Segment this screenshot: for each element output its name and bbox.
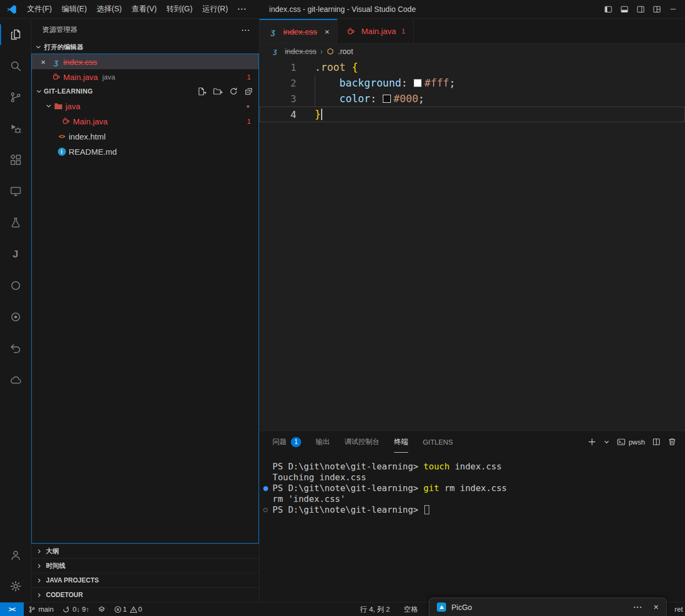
panel-tab-problems[interactable]: 问题 1: [272, 431, 301, 453]
activitybar-target-extension[interactable]: [0, 301, 31, 333]
refresh-icon[interactable]: [229, 87, 238, 96]
open-editors-header[interactable]: 打开的编辑器: [31, 41, 259, 54]
tree-item-readme[interactable]: i README.md: [32, 144, 258, 159]
activitybar-explorer[interactable]: [0, 19, 31, 50]
menu-view[interactable]: 查看(V): [127, 2, 162, 16]
remote-indicator[interactable]: ><: [0, 602, 24, 616]
notification-more-icon[interactable]: ···: [634, 603, 643, 612]
toggle-panel-icon[interactable]: [620, 5, 629, 14]
activitybar-ring-extension[interactable]: [0, 270, 31, 301]
code-line-1[interactable]: 1 .root{: [260, 59, 685, 75]
collapse-all-icon[interactable]: [244, 87, 253, 96]
new-folder-icon[interactable]: [213, 87, 223, 96]
tab-mainjava[interactable]: Main.java 1: [337, 19, 413, 43]
chevron-right-icon: [36, 548, 43, 555]
panel-tab-label: 输出: [316, 437, 330, 447]
open-editor-item-mainjava[interactable]: Main.java java 1: [32, 69, 258, 84]
line-number: 4: [260, 107, 296, 122]
truncated-status-item[interactable]: ret: [675, 605, 683, 613]
indent-guide: [315, 91, 340, 107]
target-icon: [9, 310, 22, 323]
section-timeline[interactable]: 时间线: [31, 558, 259, 573]
close-tab-icon[interactable]: ×: [325, 27, 330, 36]
activitybar-docker[interactable]: [0, 364, 31, 395]
terminal-line: Touching index.css: [260, 472, 685, 483]
color-swatch-fff[interactable]: [414, 79, 422, 87]
new-terminal-icon[interactable]: [588, 438, 596, 446]
activitybar-accounts[interactable]: [0, 539, 31, 571]
activitybar-codetour[interactable]: [0, 333, 31, 364]
indentation-item[interactable]: 空格: [400, 605, 422, 614]
breadcrumb-file[interactable]: index.css: [285, 47, 316, 56]
explorer-empty-space[interactable]: [32, 159, 258, 543]
panel-tab-debug-console[interactable]: 调试控制台: [344, 431, 380, 453]
line-number: 1: [260, 59, 296, 75]
tree-item-indexhtml[interactable]: <> index.html: [32, 129, 258, 144]
editor-group: ʒ index.css × Main.java 1 ʒ index.css › …: [260, 19, 685, 602]
tab-indexcss[interactable]: ʒ index.css ×: [260, 19, 337, 43]
panel-tab-label: 问题: [272, 437, 287, 447]
vscode-logo-icon: [6, 4, 17, 15]
toggle-secondary-sidebar-icon[interactable]: [636, 5, 645, 14]
cursor-position-item[interactable]: 行 4, 列 2: [356, 605, 394, 614]
code-text: background:#fff;: [315, 75, 455, 91]
customize-layout-icon[interactable]: [653, 5, 661, 14]
activitybar-search[interactable]: [0, 50, 31, 82]
toggle-sidebar-icon[interactable]: [604, 5, 613, 14]
close-editor-icon[interactable]: ×: [36, 57, 50, 67]
problems-status-item[interactable]: 1 0: [110, 602, 146, 616]
notification-title: PicGo: [451, 603, 472, 612]
menu-run[interactable]: 运行(R): [197, 2, 232, 16]
code-line-3[interactable]: 3 color:#000;: [260, 91, 685, 107]
activitybar-settings[interactable]: [0, 571, 31, 602]
activitybar-source-control[interactable]: [0, 82, 31, 113]
workspace-section-header[interactable]: GIT-LEARNING: [32, 84, 258, 98]
open-editors-label: 打开的编辑器: [44, 43, 83, 52]
open-editor-label: Main.java: [63, 72, 98, 82]
menu-overflow-icon[interactable]: ···: [233, 3, 252, 16]
branch-status-item[interactable]: main: [24, 602, 58, 616]
code-line-4-current[interactable]: 4 }: [260, 107, 685, 122]
breadcrumb-symbol[interactable]: .root: [338, 47, 353, 56]
panel-tab-output[interactable]: 输出: [316, 431, 330, 453]
panel-header: 问题 1 输出 调试控制台 终端 GITLENS: [260, 431, 685, 453]
menu-file[interactable]: 文件(F): [22, 2, 57, 16]
code-line-2[interactable]: 2 background:#fff;: [260, 75, 685, 91]
terminal-dropdown-icon[interactable]: [603, 439, 610, 445]
indent-guide: [315, 75, 340, 91]
new-file-icon[interactable]: [197, 87, 207, 96]
tree-item-mainjava[interactable]: Main.java 1: [32, 114, 258, 129]
shell-label: pwsh: [629, 438, 645, 446]
tree-item-folder-java[interactable]: java ●: [32, 98, 258, 114]
command-decoration-icon[interactable]: [263, 486, 268, 491]
section-java-projects[interactable]: JAVA PROJECTS: [31, 573, 259, 587]
code-editor[interactable]: 1 .root{ 2 background:#fff; 3 color:#000…: [260, 58, 685, 430]
kill-terminal-icon[interactable]: [668, 438, 676, 446]
activitybar-run-debug[interactable]: [0, 113, 31, 144]
panel-tab-gitlens[interactable]: GITLENS: [423, 431, 453, 453]
layers-status-item[interactable]: [94, 602, 110, 616]
section-codetour[interactable]: CODETOUR: [31, 587, 259, 602]
panel-tab-terminal[interactable]: 终端: [394, 431, 408, 453]
terminal-output[interactable]: PS D:\git\note\git-learning> touch index…: [260, 453, 685, 602]
explorer-list: × ʒ index.css Main.java java 1 GIT-LEARN…: [31, 54, 259, 544]
menu-go[interactable]: 转到(G): [162, 2, 197, 16]
open-editor-item-indexcss[interactable]: × ʒ index.css: [32, 54, 258, 69]
activitybar-java[interactable]: J: [0, 239, 31, 270]
split-terminal-icon[interactable]: [652, 438, 661, 446]
terminal-instance[interactable]: pwsh: [617, 438, 645, 446]
warning-count: 0: [138, 605, 142, 613]
notification-close-icon[interactable]: ×: [654, 602, 659, 612]
activitybar-extensions[interactable]: [0, 144, 31, 176]
minimize-icon[interactable]: [669, 5, 677, 14]
code-text: .root{: [315, 59, 358, 75]
color-swatch-000[interactable]: [383, 95, 391, 103]
sync-status-item[interactable]: 0↓ 9↑: [58, 602, 94, 616]
warning-icon: [130, 606, 137, 613]
menu-selection[interactable]: 选择(S): [92, 2, 127, 16]
section-outline[interactable]: 大纲: [31, 544, 259, 558]
activitybar-testing[interactable]: [0, 207, 31, 239]
activitybar-remote-explorer[interactable]: [0, 176, 31, 207]
sidebar-more-actions-icon[interactable]: ···: [242, 26, 250, 34]
menu-edit[interactable]: 编辑(E): [57, 2, 92, 16]
